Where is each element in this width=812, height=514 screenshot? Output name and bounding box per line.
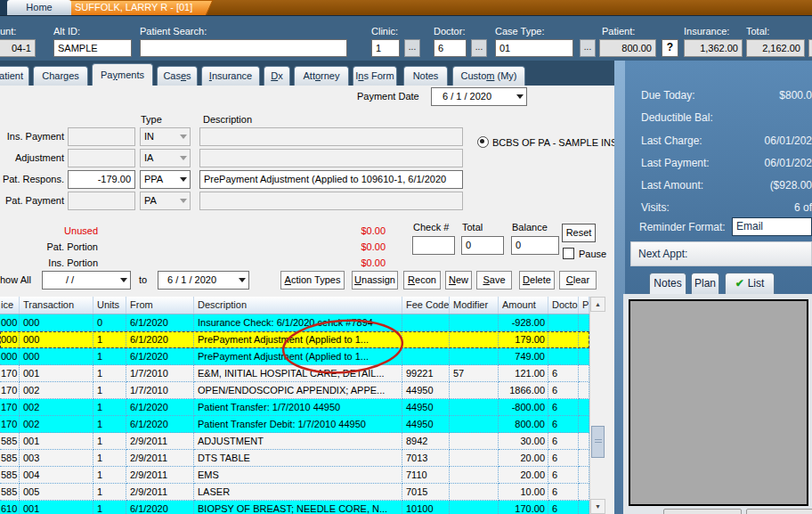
payment-description-input-pat-payment (199, 192, 463, 210)
help-button[interactable]: ? (662, 39, 678, 57)
case-type-browse-button[interactable]: ... (580, 39, 596, 57)
notes-button-right[interactable] (746, 509, 812, 514)
payment-date-dropdown[interactable]: 6 / 1 / 2020 (431, 87, 527, 106)
grid-cell: 585 (0, 484, 20, 501)
table-row[interactable]: 00000006/1/2020Insurance Check: 6/1/2020… (0, 314, 589, 331)
grid-column-header-amount[interactable]: Amount (499, 297, 548, 314)
grid-scrollbar[interactable]: ▲ ▼ (589, 297, 605, 514)
payment-amount-input-pat-respons[interactable]: -179.00 (68, 170, 135, 189)
save-button[interactable]: Save (476, 271, 512, 290)
date-from-dropdown[interactable]: / / (42, 271, 131, 290)
check-number-input[interactable] (412, 236, 455, 255)
doctor-browse-button[interactable]: ... (471, 39, 487, 57)
tab-custom-my[interactable]: Custom (My) (452, 66, 525, 86)
grid-cell (450, 501, 499, 514)
notes-text-area[interactable] (629, 299, 808, 506)
grid-column-header-ice[interactable]: ice (0, 297, 20, 314)
table-row[interactable]: 58500312/9/2011DTS TABLE701320.006 (0, 450, 589, 467)
table-row[interactable]: 58500512/9/2011LASER701510.006 (0, 484, 589, 501)
clinic-browse-button[interactable]: ... (404, 39, 420, 57)
unassign-button[interactable]: Unassign (352, 271, 398, 290)
grid-cell (548, 314, 579, 331)
case-type-input[interactable]: 01 (495, 39, 573, 57)
sidebar-tab-plan[interactable]: Plan (691, 273, 719, 294)
date-to-dropdown[interactable]: 6 / 1 / 2020 (158, 271, 249, 290)
clipped-field (808, 39, 812, 57)
grid-column-header-transaction[interactable]: Transaction (20, 297, 93, 314)
grid-cell: 1 (93, 365, 126, 382)
clinic-input[interactable]: 1 (371, 39, 400, 57)
grid-column-header-doctor[interactable]: Doctor (548, 297, 579, 314)
stat-value-last-amount: ($928.00 (770, 179, 812, 192)
grid-cell: 6/1/2020 (126, 416, 194, 433)
table-row[interactable]: 17000216/1/2020Patient Transfer Debit: 1… (0, 416, 589, 433)
recon-button[interactable]: Recon (403, 271, 441, 290)
grid-cell: 10100 (402, 501, 450, 514)
table-row[interactable]: 58500112/9/2011ADJUSTMENT894230.006 (0, 433, 589, 450)
payment-type-select-pat-respons[interactable]: PPA (140, 170, 191, 189)
grid-column-header-p[interactable]: P (579, 297, 589, 314)
chevron-down-icon (180, 156, 187, 160)
scroll-down-button[interactable]: ▼ (590, 499, 605, 514)
table-row[interactable]: 17000216/1/2020Patient Transfer: 1/7/201… (0, 399, 589, 416)
pause-checkbox[interactable] (563, 248, 574, 259)
to-label: to (139, 274, 147, 285)
table-row[interactable]: 17000211/7/2010OPEN/ENDOSCOPIC APPENDIX;… (0, 382, 589, 399)
tab-atient[interactable]: atient (0, 66, 29, 86)
table-row[interactable]: 00000016/1/2020PrePayment Adjustment (Ap… (0, 331, 589, 348)
new-button[interactable]: New (445, 271, 472, 290)
grid-cell: -800.00 (499, 399, 548, 416)
scroll-up-button[interactable]: ▲ (590, 297, 605, 312)
tab-cases[interactable]: Cases (157, 66, 198, 86)
sidebar-tab-list[interactable]: ✔List (725, 273, 775, 294)
table-row[interactable]: 58500412/9/2011EMS711020.006 (0, 467, 589, 484)
payment-amount-input-ins-payment (68, 127, 135, 146)
doctor-input[interactable]: 6 (434, 39, 467, 57)
scroll-thumb[interactable] (591, 426, 605, 458)
delete-button[interactable]: Delete (519, 271, 555, 290)
grid-cell: 000 (0, 348, 20, 365)
table-row[interactable]: 17000111/7/2010E&M, INITIAL HOSPITAL CAR… (0, 365, 589, 382)
table-row[interactable]: 00000016/1/2020PrePayment Adjustment (Ap… (0, 348, 589, 365)
grid-cell: 585 (0, 433, 20, 450)
tab-insurance[interactable]: Insurance (201, 66, 260, 86)
sidebar-tab-notes[interactable]: Notes (649, 273, 686, 294)
reset-button[interactable]: Reset (562, 224, 596, 242)
grid-column-header-description[interactable]: Description (194, 297, 402, 314)
home-window-tab[interactable]: Home (7, 0, 71, 15)
table-row[interactable]: 61000116/1/2020BIOPSY OF BREAST; NEEDLE … (0, 501, 589, 514)
alt-id-input[interactable]: SAMPLE (53, 39, 132, 57)
grid-cell: 1/7/2010 (126, 382, 194, 399)
grid-cell: 005 (20, 484, 93, 501)
action-types-button[interactable]: Action Types (280, 271, 345, 290)
payment-amount-input-adjustment (68, 149, 135, 167)
tab-payments[interactable]: Payments (92, 63, 153, 86)
date-from-value: / / (46, 274, 74, 285)
reminder-format-dropdown[interactable]: Email (732, 217, 812, 236)
check-balance-input[interactable]: 0 (511, 236, 559, 255)
check-total-input[interactable]: 0 (461, 236, 504, 255)
tab-notes[interactable]: Notes (403, 66, 448, 86)
patient-search-input[interactable] (140, 39, 347, 57)
stat-label-last-amount: Last Amount: (641, 179, 703, 192)
payment-description-input-pat-respons[interactable]: PrePayment Adjustment (Applied to 109610… (199, 170, 463, 189)
grid-cell (579, 314, 589, 331)
notes-button-left[interactable] (663, 509, 742, 514)
chevron-down-icon (180, 135, 187, 139)
clear-button[interactable]: Clear (559, 271, 597, 290)
grid-column-header-units[interactable]: Units (93, 297, 126, 314)
tab-ins-form[interactable]: Ins Form (353, 66, 397, 86)
tab-attorney[interactable]: Attorney (294, 66, 349, 86)
payment-type-value: PA (144, 195, 157, 206)
insurance-radio[interactable] (477, 136, 489, 148)
grid-cell (450, 314, 499, 331)
sidebar-tab-label: List (748, 277, 765, 290)
grid-column-header-modifier[interactable]: Modifier (450, 297, 499, 314)
patient-search-label: Patient Search: (140, 26, 207, 37)
tab-charges[interactable]: Charges (33, 66, 88, 86)
tab-dx[interactable]: Dx (264, 66, 290, 86)
grid-column-header-fee-code[interactable]: Fee Code (402, 297, 450, 314)
grid-column-header-from[interactable]: From (126, 297, 194, 314)
payment-date-value: 6 / 1 / 2020 (435, 91, 491, 102)
patient-balance-label: Patient: (602, 26, 635, 37)
